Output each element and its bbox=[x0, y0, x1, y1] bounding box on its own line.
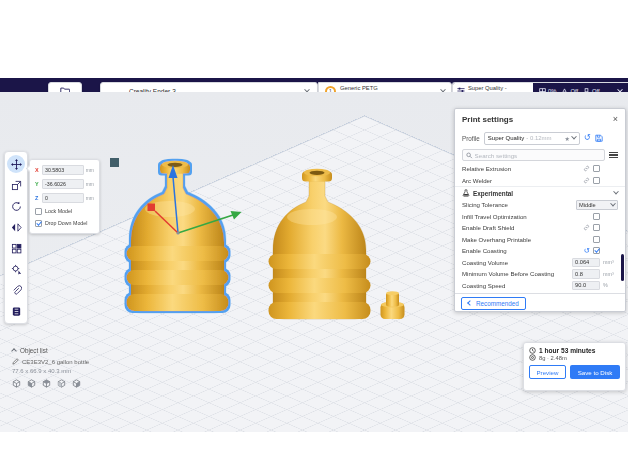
object-list-toggle[interactable]: Object list bbox=[12, 347, 48, 354]
lock-model-row[interactable]: Lock Model bbox=[35, 208, 94, 215]
per-model-settings-tool-button[interactable] bbox=[7, 239, 25, 257]
lock-model-checkbox[interactable] bbox=[35, 208, 42, 215]
setting-row-coasting-volume[interactable]: Coasting Volume0.064mm³ bbox=[455, 257, 625, 269]
panel-title: Print settings bbox=[462, 115, 513, 124]
enable-coasting-checkbox[interactable] bbox=[593, 247, 600, 254]
custom-supports-icon bbox=[11, 285, 22, 296]
model-bottle-selected[interactable] bbox=[127, 161, 229, 311]
setting-row-minimum-volume-before-coasting[interactable]: Minimum Volume Before Coasting0.8mm³ bbox=[455, 268, 625, 280]
model-bottle-cap[interactable] bbox=[381, 291, 405, 319]
slicing-tolerance-dropdown[interactable]: Middle bbox=[576, 200, 618, 210]
scale-tool-button[interactable] bbox=[7, 176, 25, 194]
y-position-input[interactable]: -36.6026 bbox=[42, 179, 84, 189]
make-overhang-printable-checkbox[interactable] bbox=[593, 236, 600, 243]
left-view-icon bbox=[56, 378, 67, 389]
print-time-estimate: 1 hour 53 minutes bbox=[539, 347, 595, 354]
drop-down-model-row[interactable]: Drop Down Model bbox=[35, 220, 94, 227]
inherit-link-icon[interactable] bbox=[583, 224, 590, 231]
material-usage-estimate: 8g · 2.48m bbox=[539, 355, 567, 361]
star-icon: ★ bbox=[564, 135, 569, 142]
setting-row-slicing-tolerance[interactable]: Slicing ToleranceMiddle bbox=[455, 199, 625, 211]
per-model-settings-icon bbox=[11, 243, 22, 254]
x-position-input[interactable]: 30.5803 bbox=[42, 165, 84, 175]
model-dimensions: 77.6 x 66.9 x 40.3 mm bbox=[12, 368, 71, 374]
section-chevron-icon bbox=[613, 189, 619, 195]
arc-welder-checkbox[interactable] bbox=[593, 177, 600, 184]
chevron-up-icon bbox=[11, 348, 17, 354]
front-view-button[interactable] bbox=[25, 377, 38, 390]
discard-changes-icon[interactable]: ↺ bbox=[584, 134, 591, 142]
setting-row-enable-coasting[interactable]: Enable Coasting↺ bbox=[455, 245, 625, 257]
save-to-disk-button[interactable]: Save to Disk bbox=[570, 365, 620, 379]
coasting-volume-input[interactable]: 0.064 bbox=[572, 258, 600, 268]
rotate-icon bbox=[11, 201, 22, 212]
z-axis-row: Z0mm bbox=[35, 193, 94, 203]
inherit-link-icon[interactable] bbox=[583, 177, 590, 184]
chevron-left-icon bbox=[467, 300, 473, 306]
action-panel: 1 hour 53 minutes 8g · 2.48m Preview Sav… bbox=[523, 342, 626, 391]
y-axis-row: Y-36.6026mm bbox=[35, 179, 94, 189]
enable-draft-shield-checkbox[interactable] bbox=[593, 224, 600, 231]
mirror-icon bbox=[11, 222, 22, 233]
recommended-mode-button[interactable]: Recommended bbox=[461, 297, 526, 310]
material-spool-icon bbox=[529, 354, 536, 361]
scale-icon bbox=[11, 180, 22, 191]
setting-row-fuzzy-skin[interactable]: Fuzzy Skin bbox=[455, 291, 625, 293]
selected-model-name-row[interactable]: CE3E3V2_6 gallon bottle bbox=[12, 358, 89, 365]
search-icon bbox=[466, 152, 473, 159]
mesh-tools-icon bbox=[11, 306, 22, 317]
rename-pencil-icon bbox=[12, 358, 19, 365]
move-tool-button[interactable] bbox=[7, 155, 25, 173]
material-name: Generic PETG bbox=[340, 85, 378, 92]
support-blocker-tool-button[interactable] bbox=[7, 260, 25, 278]
z-position-input[interactable]: 0 bbox=[42, 193, 84, 203]
model-name: CE3E3V2_6 gallon bottle bbox=[22, 359, 89, 365]
custom-supports-tool-button[interactable] bbox=[7, 281, 25, 299]
mesh-tools-tool-button[interactable] bbox=[7, 302, 25, 320]
move-icon bbox=[11, 159, 22, 170]
left-view-button[interactable] bbox=[55, 377, 68, 390]
gizmo-x-handle bbox=[148, 204, 156, 212]
close-icon[interactable]: × bbox=[613, 115, 618, 124]
clock-icon bbox=[529, 347, 536, 354]
drop-down-model-checkbox[interactable] bbox=[35, 220, 42, 227]
position-panel: X30.5803mmY-36.6026mmZ0mm Lock Model Dro… bbox=[29, 159, 100, 234]
setting-row-arc-welder[interactable]: Arc Welder bbox=[455, 175, 625, 187]
setting-row-relative-extrusion[interactable]: Relative Extrusion bbox=[455, 163, 625, 175]
coasting-speed-input[interactable]: 90.0 bbox=[572, 281, 600, 291]
revert-value-icon[interactable]: ↺ bbox=[584, 247, 590, 255]
viewport-marker bbox=[110, 158, 119, 167]
right-view-button[interactable] bbox=[70, 377, 83, 390]
relative-extrusion-checkbox[interactable] bbox=[593, 165, 600, 172]
settings-section-experimental[interactable]: Experimental bbox=[455, 186, 625, 199]
scrollbar-thumb[interactable] bbox=[621, 254, 624, 281]
rotate-tool-button[interactable] bbox=[7, 197, 25, 215]
infill-travel-optimization-checkbox[interactable] bbox=[593, 213, 600, 220]
minimum-volume-before-coasting-input[interactable]: 0.8 bbox=[572, 269, 600, 279]
setting-row-coasting-speed[interactable]: Coasting Speed90.0% bbox=[455, 280, 625, 292]
preview-button[interactable]: Preview bbox=[529, 365, 566, 379]
top-view-button[interactable] bbox=[40, 377, 53, 390]
support-blocker-icon bbox=[11, 264, 22, 275]
setting-row-enable-draft-shield[interactable]: Enable Draft Shield bbox=[455, 222, 625, 234]
top-view-icon bbox=[41, 378, 52, 389]
experimental-flask-icon bbox=[462, 189, 470, 197]
mirror-tool-button[interactable] bbox=[7, 218, 25, 236]
view-presets bbox=[10, 377, 83, 390]
save-profile-icon[interactable] bbox=[595, 134, 603, 142]
x-axis-row: X30.5803mm bbox=[35, 165, 94, 175]
chevron-down-icon bbox=[571, 134, 577, 140]
inherit-link-icon[interactable] bbox=[583, 165, 590, 172]
search-input[interactable] bbox=[475, 152, 601, 159]
setting-row-make-overhang-printable[interactable]: Make Overhang Printable bbox=[455, 234, 625, 246]
profile-dropdown[interactable]: Super Quality - 0.12mm ★ bbox=[484, 132, 580, 145]
tool-panel bbox=[4, 151, 28, 324]
3d-view-button[interactable] bbox=[10, 377, 23, 390]
cura-window: Creality Ender-3 1 Generic PETG 0.4mm No… bbox=[0, 0, 628, 472]
search-box[interactable] bbox=[462, 149, 605, 161]
settings-list: Relative ExtrusionArc WelderExperimental… bbox=[455, 163, 625, 293]
front-view-icon bbox=[26, 378, 37, 389]
settings-menu-icon[interactable] bbox=[609, 152, 618, 159]
setting-row-infill-travel-optimization[interactable]: Infill Travel Optimization bbox=[455, 211, 625, 223]
model-bottle-2[interactable] bbox=[269, 169, 371, 319]
